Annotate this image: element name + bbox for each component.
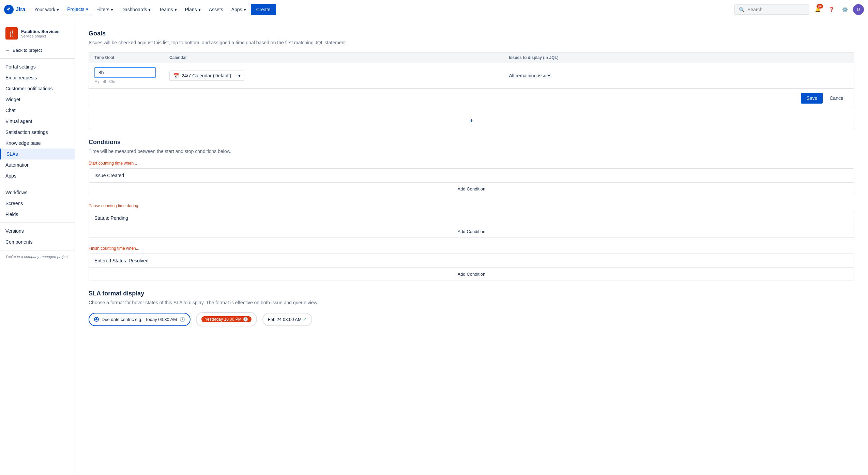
help-button[interactable]: ❓ <box>826 4 837 15</box>
check-icon: ✓ <box>303 317 307 322</box>
sidebar-item-apps[interactable]: Apps <box>0 170 75 181</box>
sla-option-1-label: Due date centric e.g. <box>102 317 142 322</box>
pause-condition-group: Pause counting time during... Status: Pe… <box>89 203 854 238</box>
nav-teams[interactable]: Teams ▾ <box>155 4 180 15</box>
main-nav: Your work ▾ Projects ▾ Filters ▾ Dashboa… <box>31 4 734 15</box>
sla-option-due-date[interactable]: Due date centric e.g. Today 03:30 AM 🕐 <box>89 313 191 326</box>
sla-chip-ok: Feb 24 08:00 AM ✓ <box>268 317 307 322</box>
notifications-button[interactable]: 🔔 9+ <box>812 4 823 15</box>
calendar-select[interactable]: 📅 24/7 Calendar (Default) ▾ <box>169 71 244 81</box>
sla-format-section: SLA format display Choose a format for h… <box>89 290 854 326</box>
search-input[interactable] <box>747 7 805 12</box>
search-icon: 🔍 <box>739 7 745 12</box>
sidebar-item-widget[interactable]: Widget <box>0 94 75 105</box>
calendar-cell: 📅 24/7 Calendar (Default) ▾ <box>169 71 509 81</box>
goals-table-actions: Save Cancel <box>89 89 854 108</box>
jira-logo-text: Jira <box>16 6 25 13</box>
top-navigation: Jira Your work ▾ Projects ▾ Filters ▾ Da… <box>0 0 868 19</box>
start-condition-value: Issue Created <box>89 168 854 183</box>
nav-assets[interactable]: Assets <box>205 4 227 15</box>
nav-projects[interactable]: Projects ▾ <box>64 4 92 15</box>
pause-condition-label: Pause counting time during... <box>89 203 854 208</box>
sidebar-item-knowledge-base[interactable]: Knowledge base <box>0 138 75 149</box>
page-layout: 🍴 Facilities Services Service project ← … <box>0 19 868 475</box>
sidebar-divider-3 <box>0 223 75 223</box>
user-avatar[interactable]: U <box>853 4 864 15</box>
conditions-title: Conditions <box>89 139 854 146</box>
goals-title: Goals <box>89 30 854 37</box>
finish-condition-value: Entered Status: Resolved <box>89 254 854 268</box>
main-content: Goals Issues will be checked against thi… <box>75 19 868 475</box>
col-issues: Issues to display (in JQL) <box>509 55 849 60</box>
sla-format-title: SLA format display <box>89 290 854 297</box>
add-goal-button[interactable]: + <box>89 113 854 129</box>
start-condition-label: Start counting time when... <box>89 161 854 166</box>
goals-description: Issues will be checked against this list… <box>89 40 854 45</box>
conditions-section: Conditions Time will be measured between… <box>89 139 854 280</box>
add-finish-condition-button[interactable]: Add Condition <box>89 268 854 280</box>
sidebar-item-workflows[interactable]: Workflows <box>0 187 75 198</box>
sidebar-item-fields[interactable]: Fields <box>0 209 75 220</box>
finish-condition-label: Finish counting time when... <box>89 246 854 251</box>
overdue-clock-icon: 🕙 <box>243 317 248 322</box>
sidebar-item-chat[interactable]: Chat <box>0 105 75 116</box>
sidebar-item-components[interactable]: Components <box>0 236 75 247</box>
issues-cell: All remaining issues <box>509 73 849 78</box>
nav-filters[interactable]: Filters ▾ <box>93 4 117 15</box>
sidebar-item-customer-notifications[interactable]: Customer notifications <box>0 83 75 94</box>
sla-option-overdue[interactable]: Yesterday 10:00 PM 🕙 <box>196 312 257 326</box>
sidebar-footer: You're in a company-managed project <box>0 250 75 263</box>
issues-display: All remaining issues <box>509 73 552 78</box>
nav-your-work[interactable]: Your work ▾ <box>31 4 62 15</box>
sidebar-item-slas[interactable]: SLAs <box>0 149 75 159</box>
save-button[interactable]: Save <box>801 93 823 104</box>
project-header: 🍴 Facilities Services Service project <box>0 23 75 45</box>
add-pause-condition-button[interactable]: Add Condition <box>89 226 854 238</box>
sidebar-item-satisfaction-settings[interactable]: Satisfaction settings <box>0 127 75 138</box>
back-icon: ← <box>5 48 10 53</box>
col-calendar: Calendar <box>169 55 509 60</box>
create-button[interactable]: Create <box>251 4 276 15</box>
time-goal-cell: E.g. 4h 30m <box>94 67 169 84</box>
sla-format-options: Due date centric e.g. Today 03:30 AM 🕐 Y… <box>89 312 854 326</box>
sla-chip-overdue: Yesterday 10:00 PM 🕙 <box>201 316 252 322</box>
nav-dashboards[interactable]: Dashboards ▾ <box>118 4 154 15</box>
project-info: Facilities Services Service project <box>21 29 60 38</box>
sla-format-description: Choose a format for hover states of this… <box>89 300 854 305</box>
calendar-icon: 📅 <box>173 73 179 78</box>
add-start-condition-button[interactable]: Add Condition <box>89 183 854 195</box>
nav-apps[interactable]: Apps ▾ <box>228 4 249 15</box>
finish-condition-group: Finish counting time when... Entered Sta… <box>89 246 854 280</box>
goals-table-header: Time Goal Calendar Issues to display (in… <box>89 52 854 63</box>
sla-option-ok[interactable]: Feb 24 08:00 AM ✓ <box>262 313 312 326</box>
settings-button[interactable]: ⚙️ <box>839 4 850 15</box>
clock-icon: 🕐 <box>180 317 185 322</box>
project-name: Facilities Services <box>21 29 60 34</box>
time-goal-input[interactable] <box>94 67 156 78</box>
calendar-value: 24/7 Calendar (Default) <box>182 73 231 78</box>
sidebar-item-portal-settings[interactable]: Portal settings <box>0 61 75 72</box>
chevron-down-icon: ▾ <box>238 73 241 78</box>
search-box[interactable]: 🔍 <box>734 4 809 15</box>
start-condition-group: Start counting time when... Issue Create… <box>89 161 854 195</box>
sidebar-item-email-requests[interactable]: Email requests <box>0 72 75 83</box>
sidebar-item-virtual-agent[interactable]: Virtual agent <box>0 116 75 127</box>
sidebar-item-screens[interactable]: Screens <box>0 198 75 209</box>
pause-condition-value: Status: Pending <box>89 211 854 225</box>
sidebar-divider-1 <box>0 58 75 59</box>
col-time-goal: Time Goal <box>94 55 169 60</box>
sla-option-1-example: Today 03:30 AM <box>145 317 177 322</box>
nav-plans[interactable]: Plans ▾ <box>182 4 204 15</box>
goals-table: Time Goal Calendar Issues to display (in… <box>89 52 854 108</box>
goals-table-row: E.g. 4h 30m 📅 24/7 Calendar (Default) ▾ … <box>89 63 854 89</box>
project-icon: 🍴 <box>5 27 18 40</box>
sidebar-item-automation[interactable]: Automation <box>0 159 75 170</box>
jira-logo[interactable]: Jira <box>4 5 25 14</box>
sidebar: 🍴 Facilities Services Service project ← … <box>0 19 75 475</box>
sidebar-item-versions[interactable]: Versions <box>0 226 75 236</box>
time-hint: E.g. 4h 30m <box>94 79 169 84</box>
back-to-project[interactable]: ← Back to project <box>0 45 75 56</box>
topnav-right: 🔍 🔔 9+ ❓ ⚙️ U <box>734 4 864 15</box>
sidebar-divider-2 <box>0 184 75 184</box>
cancel-button[interactable]: Cancel <box>825 93 849 104</box>
